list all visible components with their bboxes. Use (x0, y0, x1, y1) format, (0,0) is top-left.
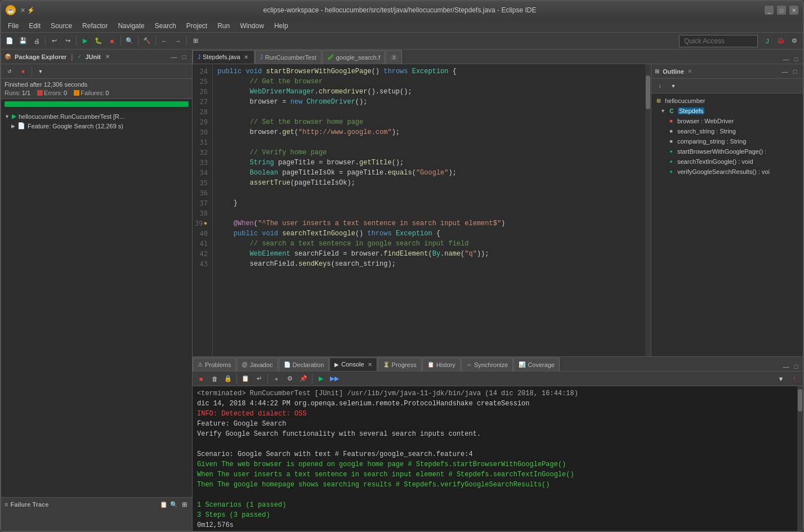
tab-synchronize[interactable]: ↔ Synchronize (461, 357, 513, 371)
tab-more[interactable]: 3 (386, 50, 402, 64)
editor-scrollbar[interactable] (645, 64, 651, 356)
left-panel-controls: — □ (169, 52, 189, 61)
forward-button[interactable]: → (172, 35, 184, 47)
console-debug-run-btn[interactable]: ▶▶ (328, 373, 341, 385)
console-copy-btn[interactable]: 📋 (239, 373, 252, 385)
code-content[interactable]: public void startBrowserWithGooglePage()… (213, 64, 645, 356)
maximize-button[interactable]: □ (777, 6, 786, 15)
stop-button[interactable]: ■ (106, 35, 118, 47)
trace-filter-btn[interactable]: 🔍 (169, 500, 178, 509)
console-error-btn[interactable]: ! (788, 373, 801, 385)
java-icon-2: J (260, 54, 263, 60)
console-word-wrap-btn[interactable]: ↵ (253, 373, 265, 385)
console-settings-btn[interactable]: ⚙ (284, 373, 296, 385)
editor-maximize-btn[interactable]: □ (792, 55, 801, 64)
menu-help[interactable]: Help (270, 21, 293, 31)
search-button[interactable]: 🔍 (123, 35, 136, 47)
run-button[interactable]: ▶ (79, 35, 91, 47)
junit-rerun-btn[interactable]: ↺ (3, 65, 16, 78)
console-new-btn[interactable]: + (270, 373, 283, 385)
perspective-settings[interactable]: ⚙ (788, 35, 801, 47)
coverage-icon: 📊 (519, 361, 525, 368)
outline-method-search[interactable]: ● searchTextInGoogle() : void (651, 157, 803, 167)
close-button[interactable]: ✕ (789, 6, 798, 15)
console-scroll-lock-btn[interactable]: 🔒 (222, 373, 234, 385)
new-button[interactable]: 📄 (3, 35, 16, 47)
quick-access-input[interactable] (679, 35, 758, 47)
tab-coverage[interactable]: 📊 Coverage (513, 357, 560, 371)
outline-filter-btn[interactable]: ▼ (667, 80, 680, 92)
perspective-debug[interactable]: 🐞 (775, 35, 787, 47)
menu-file[interactable]: File (3, 21, 23, 31)
print-button[interactable]: 🖨 (30, 35, 43, 47)
build-button[interactable]: 🔨 (141, 35, 153, 47)
console-stop-btn[interactable]: ■ (195, 373, 207, 385)
menu-navigate[interactable]: Navigate (113, 21, 149, 31)
console-min-btn[interactable]: — (781, 362, 790, 371)
minimize-button[interactable]: _ (765, 6, 774, 15)
console-filter-btn[interactable]: ▼ (775, 373, 787, 385)
menu-project[interactable]: Project (182, 21, 212, 31)
toolbar-sep-1 (45, 36, 46, 46)
tab-stepdefs-close[interactable]: ✕ (243, 53, 249, 60)
menu-refactor[interactable]: Refactor (78, 21, 112, 31)
tab-declaration[interactable]: 📄 Declaration (279, 357, 329, 371)
console-clear-btn[interactable]: 🗑 (208, 373, 221, 385)
editor-minimize-btn[interactable]: — (781, 55, 790, 64)
failure-trace-label: Failure Trace (10, 501, 48, 508)
menu-search[interactable]: Search (150, 21, 181, 31)
test-item-feature[interactable]: ▶ 📄 Feature: Google Search (12,269 s) (1, 121, 192, 131)
junit-stop-btn[interactable]: ■ (17, 65, 29, 78)
junit-tab[interactable]: JUnit (85, 53, 101, 60)
package-explorer-tab[interactable]: Package Explorer (15, 53, 66, 60)
console-line-date: dic 14, 2018 4:44:22 PM org.openqa.selen… (197, 399, 793, 409)
tab-javadoc[interactable]: @ Javadoc (236, 357, 278, 371)
perspective-open[interactable]: ⊞ (189, 35, 202, 47)
outline-field-searchstring[interactable]: ■ search_string : String (651, 126, 803, 136)
back-button[interactable]: ← (158, 35, 171, 47)
outline-field-browser[interactable]: ■ browser : WebDriver (651, 116, 803, 126)
undo-button[interactable]: ↩ (48, 35, 60, 47)
console-pin-btn[interactable]: 📌 (297, 373, 310, 385)
test-item-runcucumber[interactable]: ▼ ▶ hellocucumber.RunCucumberTest [R... (1, 111, 192, 121)
tab-googlesearch[interactable]: 🥒 google_search.f (322, 50, 385, 64)
test-tree[interactable]: ▼ ▶ hellocucumber.RunCucumberTest [R... … (1, 109, 192, 497)
outline-max-btn[interactable]: □ (790, 67, 799, 76)
tab-stepdefs[interactable]: J Stepdefs.java ✕ (193, 50, 254, 64)
junit-tab-close[interactable]: ✕ (105, 53, 110, 60)
tab-progress[interactable]: ⏳ Progress (378, 357, 422, 371)
redo-button[interactable]: ↪ (61, 35, 74, 47)
console-output[interactable]: <terminated> RunCucumberTest [JUnit] /us… (193, 386, 797, 531)
console-run-btn[interactable]: ▶ (315, 373, 327, 385)
outline-field-comparingstring[interactable]: ■ comparing_string : String (651, 136, 803, 146)
javadoc-icon: @ (242, 361, 247, 368)
maximize-panel-btn[interactable]: □ (180, 52, 189, 61)
tab-runcucumber[interactable]: J RunCucumberTest (255, 50, 321, 64)
outline-method-verify[interactable]: ● verifyGoogleSearchResults() : voi (651, 167, 803, 177)
tab-problems[interactable]: ⚠ Problems (193, 357, 236, 371)
console-max-btn[interactable]: □ (792, 362, 801, 371)
outline-class[interactable]: ▼ C Stepdefs (651, 106, 803, 116)
tab-console-close[interactable]: ✕ (368, 361, 372, 368)
line-numbers: 24 25 26 27 28 29 30 31 32 33 34 35 (193, 64, 213, 356)
menu-edit[interactable]: Edit (24, 21, 45, 31)
code-editor[interactable]: 24 25 26 27 28 29 30 31 32 33 34 35 (193, 64, 645, 356)
debug-button[interactable]: 🐛 (92, 35, 105, 47)
menu-source[interactable]: Source (46, 21, 77, 31)
tab-history[interactable]: 📋 History (422, 357, 461, 371)
save-button[interactable]: 💾 (17, 35, 29, 47)
outline-sync-btn[interactable]: ↕ (654, 80, 666, 92)
menu-window[interactable]: Window (235, 21, 269, 31)
trace-copy-btn[interactable]: 📋 (159, 500, 168, 509)
outline-package[interactable]: ⊞ hellocucumber (651, 96, 803, 106)
menu-run[interactable]: Run (213, 21, 234, 31)
minimize-panel-btn[interactable]: — (169, 52, 178, 61)
junit-filter-btn[interactable]: ▼ (34, 65, 47, 78)
perspective-java[interactable]: J (761, 35, 774, 47)
outline-min-btn[interactable]: — (780, 67, 789, 76)
outline-method-start[interactable]: ● startBrowserWithGooglePage() : (651, 146, 803, 157)
tab-console[interactable]: ▶ Console ✕ (329, 357, 377, 371)
console-scrollbar[interactable] (797, 386, 803, 531)
trace-expand-btn[interactable]: ⊞ (180, 500, 189, 509)
history-icon: 📋 (427, 361, 434, 368)
